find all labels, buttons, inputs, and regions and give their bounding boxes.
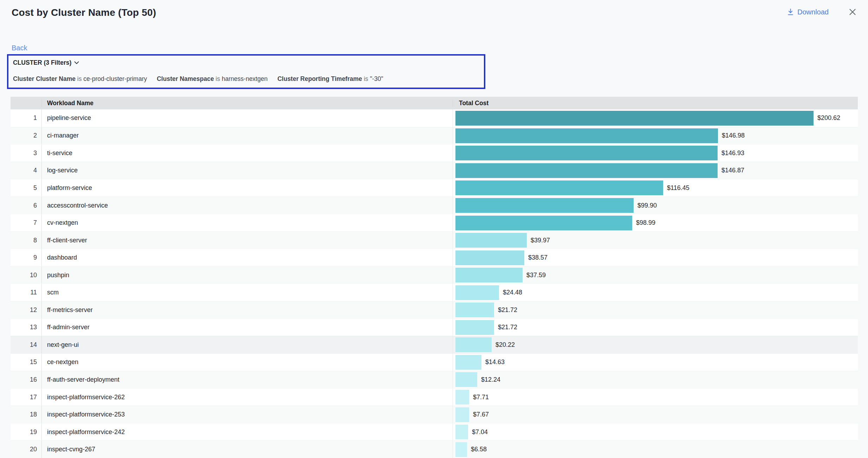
cost-value: $20.22 [495, 341, 515, 349]
table-row: 8ff-client-server$39.97 [11, 231, 858, 249]
row-rank: 16 [11, 376, 41, 383]
workload-name-cell: ti-service [41, 145, 453, 162]
download-icon [787, 8, 794, 16]
table-row: 15ce-nextgen$14.63 [11, 354, 858, 371]
total-cost-cell: $20.22 [453, 336, 858, 354]
table-row: 16ff-auth-server-deployment$12.24 [11, 371, 858, 388]
page-title: Cost by Cluster Name (Top 50) [12, 7, 156, 18]
total-cost-cell: $14.63 [453, 354, 858, 371]
total-cost-cell: $7.04 [453, 424, 858, 441]
row-rank: 14 [11, 341, 41, 349]
total-cost-cell: $7.71 [453, 389, 858, 406]
cost-value: $21.72 [498, 324, 517, 331]
cost-value: $146.98 [722, 132, 745, 139]
filter-group-toggle[interactable]: CLUSTER (3 Filters) [13, 59, 79, 66]
cost-bar[interactable] [455, 407, 469, 422]
row-rank: 11 [11, 289, 41, 296]
table-row: 17inspect-platformservice-262$7.71 [11, 388, 858, 406]
cost-bar[interactable] [455, 163, 718, 178]
total-cost-cell: $21.72 [453, 319, 858, 336]
total-cost-cell: $39.97 [453, 232, 858, 249]
close-icon [848, 8, 857, 16]
workload-name-cell: inspect-cvng-267 [41, 441, 453, 458]
row-rank: 10 [11, 272, 41, 279]
filter-item[interactable]: Cluster Cluster Name is ce-prod-cluster-… [13, 75, 147, 83]
filter-field: Cluster Reporting Timeframe [277, 75, 362, 82]
workload-name-cell: ff-auth-server-deployment [41, 371, 453, 388]
workload-name-cell: ce-nextgen [41, 354, 453, 371]
cost-bar[interactable] [455, 285, 499, 300]
table-header-row: Workload Name Total Cost [11, 97, 858, 109]
workload-name-cell: inspect-platformservice-262 [41, 389, 453, 406]
workload-name-cell: inspect-platformservice-253 [41, 406, 453, 423]
filter-item[interactable]: Cluster Reporting Timeframe is "-30" [277, 75, 383, 83]
cost-value: $37.59 [526, 272, 546, 279]
cost-bar[interactable] [455, 111, 814, 126]
table-row: 5platform-service$116.45 [11, 179, 858, 197]
row-rank: 6 [11, 202, 41, 209]
table-row: 6accesscontrol-service$99.90 [11, 197, 858, 214]
cost-value: $146.87 [721, 167, 744, 174]
total-cost-cell: $12.24 [453, 371, 858, 388]
cost-bar[interactable] [455, 268, 523, 282]
table-row: 3ti-service$146.93 [11, 144, 858, 162]
total-cost-column-header: Total Cost [453, 100, 858, 107]
workload-name-cell: pipeline-service [41, 109, 453, 127]
total-cost-cell: $7.67 [453, 406, 858, 423]
filter-item[interactable]: Cluster Namespace is harness-nextgen [157, 75, 267, 83]
filter-field: Cluster Cluster Name [13, 75, 76, 82]
filter-value: "-30" [370, 75, 383, 82]
download-button[interactable]: Download [787, 8, 829, 16]
total-cost-cell: $99.90 [453, 197, 858, 214]
row-rank: 3 [11, 150, 41, 157]
cost-bar[interactable] [455, 390, 469, 405]
cost-bar[interactable] [455, 216, 632, 230]
total-cost-cell: $38.57 [453, 249, 858, 266]
table-row: 14next-gen-ui$20.22 [11, 336, 858, 354]
cost-bar[interactable] [455, 198, 634, 213]
cost-bar[interactable] [455, 250, 524, 265]
filter-value: harness-nextgen [222, 75, 267, 82]
cost-bar[interactable] [455, 128, 718, 143]
cost-bar[interactable] [455, 146, 718, 160]
filter-operator: is [214, 75, 222, 82]
cost-bar[interactable] [455, 303, 494, 317]
cost-bar[interactable] [455, 180, 663, 195]
row-rank: 18 [11, 411, 41, 418]
filter-field: Cluster Namespace [157, 75, 214, 82]
row-rank: 1 [11, 114, 41, 122]
cost-value: $146.93 [721, 150, 744, 157]
cost-bar[interactable] [455, 320, 494, 335]
table-row: 20inspect-cvng-267$6.58 [11, 440, 858, 458]
total-cost-cell: $6.58 [453, 441, 858, 458]
cost-value: $98.99 [636, 219, 655, 227]
workload-name-cell: ff-client-server [41, 232, 453, 249]
back-link[interactable]: Back [12, 44, 27, 52]
cost-value: $14.63 [485, 358, 505, 366]
row-rank: 13 [11, 324, 41, 331]
total-cost-cell: $24.48 [453, 284, 858, 301]
cost-bar[interactable] [455, 337, 492, 352]
cost-bar[interactable] [455, 425, 468, 439]
filter-item-list: Cluster Cluster Name is ce-prod-cluster-… [13, 75, 383, 83]
cost-bar[interactable] [455, 372, 477, 387]
table-row: 12ff-metrics-server$21.72 [11, 301, 858, 319]
cost-value: $21.72 [498, 306, 517, 314]
chevron-down-icon [74, 61, 79, 64]
row-rank: 7 [11, 219, 41, 227]
row-rank: 9 [11, 254, 41, 261]
workload-name-cell: log-service [41, 162, 453, 179]
cost-value: $116.45 [667, 184, 689, 192]
filter-operator: is [362, 75, 370, 82]
close-button[interactable] [848, 8, 857, 16]
cost-bar[interactable] [455, 355, 481, 370]
cost-bar[interactable] [455, 233, 527, 248]
filter-panel: CLUSTER (3 Filters) Cluster Cluster Name… [7, 54, 485, 89]
table-row: 1pipeline-service$200.62 [11, 109, 858, 127]
filter-summary-label: CLUSTER (3 Filters) [13, 59, 71, 66]
row-rank: 2 [11, 132, 41, 139]
cost-value: $12.24 [481, 376, 500, 383]
workload-name-cell: next-gen-ui [41, 336, 453, 354]
cost-value: $99.90 [637, 202, 657, 209]
cost-bar[interactable] [455, 442, 467, 457]
